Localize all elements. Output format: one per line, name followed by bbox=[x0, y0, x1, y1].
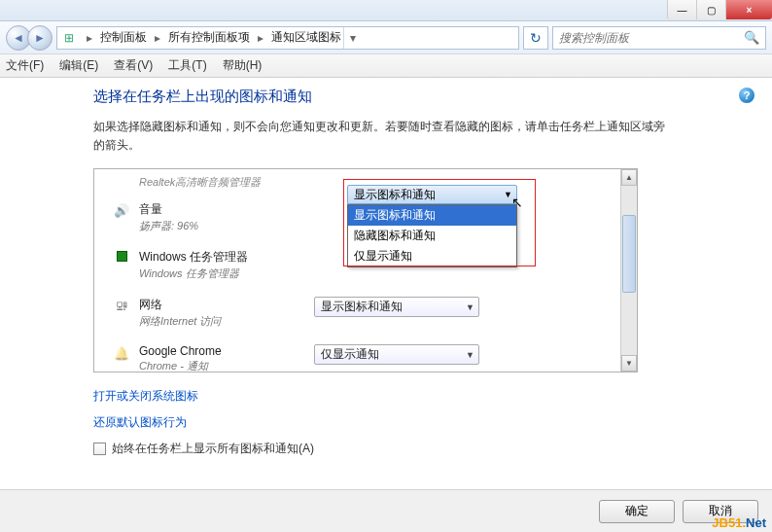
search-input[interactable] bbox=[559, 31, 744, 45]
list-inner: Realtek高清晰音频管理器 音量 扬声器: 96% Windows 任务管理… bbox=[94, 169, 620, 372]
list-item: 网络 网络Internet 访问 显示图标和通知 ▼ bbox=[104, 289, 611, 337]
content-area: ? 选择在任务栏上出现的图标和通知 如果选择隐藏图标和通知，则不会向您通知更改和… bbox=[0, 78, 772, 489]
dropdown-open: 显示图标和通知 ▼ ↖ 显示图标和通知 隐藏图标和通知 仅显示通知 bbox=[347, 185, 517, 267]
menu-help[interactable]: 帮助(H) bbox=[223, 57, 263, 74]
control-panel-icon bbox=[61, 30, 77, 46]
item-title: 网络 bbox=[139, 297, 314, 313]
window-controls: — ▢ × bbox=[667, 0, 772, 19]
watermark-b: Net bbox=[746, 515, 766, 530]
dropdown-option[interactable]: 隐藏图标和通知 bbox=[348, 226, 516, 246]
button-bar: 确定 取消 JB51.Net bbox=[0, 489, 772, 532]
search-box[interactable]: 🔍 bbox=[552, 26, 766, 50]
window-titlebar: — ▢ × bbox=[0, 0, 772, 21]
breadcrumb-item[interactable]: 控制面板 bbox=[98, 29, 149, 46]
bell-icon bbox=[114, 346, 129, 361]
breadcrumb-item[interactable]: 通知区域图标 bbox=[269, 29, 343, 46]
breadcrumb[interactable]: ▸ 控制面板 ▸ 所有控制面板项 ▸ 通知区域图标 ▾ bbox=[56, 26, 519, 50]
links-section: 打开或关闭系统图标 还原默认图标行为 始终在任务栏上显示所有图标和通知(A) bbox=[93, 388, 745, 457]
notification-list: Realtek高清晰音频管理器 音量 扬声器: 96% Windows 任务管理… bbox=[93, 168, 638, 372]
scroll-up-button[interactable]: ▲ bbox=[621, 169, 637, 186]
ok-button[interactable]: 确定 bbox=[599, 500, 675, 523]
combo-value: 仅显示通知 bbox=[321, 346, 379, 363]
speaker-icon bbox=[114, 203, 129, 218]
behavior-combo-open[interactable]: 显示图标和通知 ▼ bbox=[347, 185, 517, 204]
always-show-checkbox-row: 始终在任务栏上显示所有图标和通知(A) bbox=[93, 441, 745, 457]
menu-tools[interactable]: 工具(T) bbox=[168, 57, 206, 74]
menu-view[interactable]: 查看(V) bbox=[114, 57, 153, 74]
item-title: Google Chrome bbox=[139, 344, 314, 358]
search-icon[interactable]: 🔍 bbox=[744, 30, 759, 45]
scroll-track[interactable] bbox=[621, 186, 637, 355]
scrollbar[interactable]: ▲ ▼ bbox=[620, 169, 637, 372]
link-system-icons[interactable]: 打开或关闭系统图标 bbox=[93, 388, 745, 405]
network-icon bbox=[116, 299, 128, 313]
watermark: JB51.Net bbox=[712, 515, 766, 530]
item-subtitle: 网络Internet 访问 bbox=[139, 314, 314, 329]
maximize-button[interactable]: ▢ bbox=[696, 0, 725, 19]
always-show-checkbox[interactable] bbox=[93, 443, 106, 455]
behavior-combo[interactable]: 显示图标和通知 ▼ bbox=[314, 297, 479, 317]
chevron-down-icon: ▼ bbox=[466, 350, 474, 360]
close-button[interactable]: × bbox=[725, 0, 772, 19]
breadcrumb-item[interactable]: 所有控制面板项 bbox=[166, 29, 252, 46]
dropdown-option[interactable]: 显示图标和通知 bbox=[348, 205, 516, 226]
watermark-a: JB51. bbox=[712, 515, 746, 530]
chevron-right-icon: ▸ bbox=[252, 31, 269, 45]
page-title: 选择在任务栏上出现的图标和通知 bbox=[93, 88, 745, 106]
item-title: Windows 任务管理器 bbox=[139, 249, 314, 266]
help-icon[interactable]: ? bbox=[739, 88, 754, 103]
menubar: 文件(F) 编辑(E) 查看(V) 工具(T) 帮助(H) bbox=[0, 54, 772, 78]
refresh-button[interactable]: ↻ bbox=[523, 26, 548, 50]
chevron-down-icon: ▼ bbox=[504, 190, 512, 199]
item-title: 音量 bbox=[139, 201, 314, 218]
chevron-down-icon: ▼ bbox=[466, 302, 474, 312]
list-item: Google Chrome Chrome - 通知 仅显示通知 ▼ bbox=[104, 337, 611, 372]
item-subtitle: 扬声器: 96% bbox=[139, 219, 314, 233]
breadcrumb-dropdown[interactable]: ▾ bbox=[343, 27, 361, 49]
chevron-right-icon: ▸ bbox=[149, 31, 166, 45]
checkbox-label: 始终在任务栏上显示所有图标和通知(A) bbox=[112, 441, 314, 457]
dropdown-option[interactable]: 仅显示通知 bbox=[348, 246, 516, 266]
item-subtitle: Windows 任务管理器 bbox=[139, 266, 314, 281]
scroll-down-button[interactable]: ▼ bbox=[621, 355, 637, 372]
menu-file[interactable]: 文件(F) bbox=[6, 57, 44, 74]
scroll-thumb[interactable] bbox=[622, 215, 636, 293]
combo-value: 显示图标和通知 bbox=[354, 187, 436, 203]
link-restore-defaults[interactable]: 还原默认图标行为 bbox=[93, 414, 745, 431]
item-subtitle: Chrome - 通知 bbox=[139, 359, 314, 372]
nav-buttons: ◄ ► bbox=[6, 25, 53, 51]
forward-button[interactable]: ► bbox=[27, 25, 53, 51]
page-description: 如果选择隐藏图标和通知，则不会向您通知更改和更新。若要随时查看隐藏的图标，请单击… bbox=[93, 118, 667, 155]
chevron-right-icon: ▸ bbox=[81, 31, 98, 45]
behavior-combo[interactable]: 仅显示通知 ▼ bbox=[314, 344, 479, 365]
menu-edit[interactable]: 编辑(E) bbox=[59, 57, 98, 74]
taskmgr-icon bbox=[117, 251, 127, 262]
address-toolbar: ◄ ► ▸ 控制面板 ▸ 所有控制面板项 ▸ 通知区域图标 ▾ ↻ 🔍 bbox=[0, 21, 772, 54]
combo-value: 显示图标和通知 bbox=[321, 299, 403, 315]
dropdown-list: 显示图标和通知 隐藏图标和通知 仅显示通知 bbox=[347, 204, 517, 267]
minimize-button[interactable]: — bbox=[667, 0, 696, 19]
